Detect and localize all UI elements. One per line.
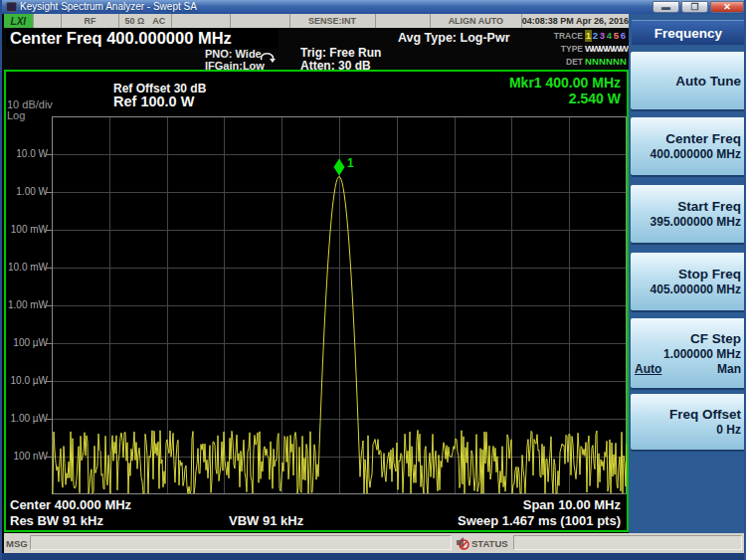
softkey-freq-offset[interactable]: Freq Offset 0 Hz [631,394,746,450]
trace-row: TRACE 123456 [552,29,628,42]
spectrum-analyzer-window: Keysight Spectrum Analyzer - Swept SA ▬ … [0,0,746,560]
rbw-annotation: Res BW 91 kHz [10,513,103,528]
rf-indicator: RF [62,14,118,28]
softkey-auto-tune[interactable]: Auto Tune [631,52,746,109]
sense-indicator: SENSE:INT [290,14,376,28]
status-seg-blank2 [172,14,231,28]
input-coupling-seg: 50 Ω AC [119,14,173,28]
y-axis-label: 100 µW [6,337,48,348]
center-annotation: Center 400.000 MHz [10,497,131,512]
trace-canvas [52,116,627,494]
softkey-stop-freq[interactable]: Stop Freq 405.000000 MHz [631,253,746,310]
y-axis-label: 10.0 µW [6,375,48,386]
vbw-annotation: VBW 91 kHz [229,513,303,528]
restore-icon: ❐ [682,2,707,13]
softkey-value: 405.000000 MHz [635,282,741,297]
span-annotation: Span 10.00 MHz [372,497,621,512]
softkey-cf-step[interactable]: CF Step 1.000000 MHz Auto Man [631,318,746,388]
trace-number[interactable]: 6 [620,30,627,42]
trace-number[interactable]: 2 [592,30,599,42]
mute-status-icon [455,535,469,554]
softkey-center-freq[interactable]: Center Freq 400.000000 MHz [631,117,746,175]
trace-detector: N [613,56,620,68]
ref-level-annotation: Ref 100.0 W [113,93,194,109]
pno-annotation: PNO: Wide [205,48,262,60]
center-freq-readout: Center Freq 400.000000 MHz [6,29,279,49]
status-seg-blank4 [376,14,431,28]
softkey-label: CF Step [635,330,741,347]
minimize-button[interactable]: ▬ [653,1,679,13]
softkey-label: Center Freq [635,130,741,147]
menu-title: Frequency [632,20,745,45]
auto-option[interactable]: Auto [635,362,661,376]
softkey-label: Freq Offset [635,406,741,423]
status-label: STATUS [471,538,508,549]
softkey-value: 395.000000 MHz [635,215,741,230]
man-option[interactable]: Man [717,362,741,376]
softkey-label: Stop Freq [635,266,741,282]
status-field [513,535,742,550]
marker-amplitude-readout: 2.540 W [422,91,621,106]
trace-type-cells: WWWWWW [585,43,627,55]
trace-type: W [606,43,613,55]
coupling-indicator: AC [152,16,165,26]
trace-det-cells: NNNNNN [585,56,627,68]
titlebar[interactable]: Keysight Spectrum Analyzer - Swept SA ▬ … [2,0,746,14]
softkey-start-freq[interactable]: Start Freq 395.000000 MHz [631,185,746,243]
trace-detector: N [606,56,613,68]
spectrum-plot [52,116,627,494]
type-row-label: TYPE [552,44,585,54]
minimize-icon: ▬ [653,2,678,13]
sweep-annotation: Sweep 1.467 ms (1001 pts) [322,513,621,528]
status-seg-blank1 [34,14,63,28]
y-axis-label: 1.00 W [6,186,48,197]
restore-button[interactable]: ❐ [681,1,708,13]
trace-detector: N [620,56,627,68]
softkey-value: 400.000000 MHz [635,147,741,162]
trace-row-label: TRACE [552,31,585,41]
window-bottom-border [2,553,746,560]
avg-type-annotation: Avg Type: Log-Pwr [398,31,510,45]
trace-detector: N [585,56,592,68]
det-row-label: DET [552,57,585,67]
y-axis-label: 100 nW [6,451,48,462]
status-seg-blank3 [231,14,289,28]
close-icon: ✕ [711,2,743,13]
trace-number[interactable]: 4 [606,30,613,42]
window-title: Keysight Spectrum Analyzer - Swept SA [20,1,197,12]
trace-type: W [592,43,599,55]
trace-number[interactable]: 5 [613,30,620,42]
align-indicator: ALIGN AUTO [431,14,522,28]
scale-type-annotation: Log [7,109,25,121]
y-axis-label: 10.0 mW [6,262,48,273]
datetime-display: 04:08:38 PM Apr 26, 2016 [522,14,629,28]
type-row: TYPE WWWWWW [552,42,628,55]
impedance-indicator: 50 Ω [125,16,145,26]
trace-table: TRACE 123456 TYPE WWWWWW DET NNNNNN [552,29,628,68]
det-row: DET NNNNNN [552,55,628,68]
softkey-label: Start Freq [635,198,741,215]
auto-man-row: Auto Man [635,362,741,376]
trace-type: W [613,43,620,55]
app-icon [6,2,17,12]
trace-type: W [620,43,627,55]
y-axis-label: 1.00 mW [6,299,48,310]
y-axis-label: 1.00 µW [6,413,48,424]
trace-type: W [599,43,606,55]
trace-type: W [585,43,592,55]
trace-number[interactable]: 3 [599,30,606,42]
msg-label: MSG [6,538,28,549]
trace-number[interactable]: 1 [585,30,592,42]
softkey-value: 0 Hz [635,423,741,438]
lxi-indicator: LXI [4,14,34,28]
y-axis-label: 10.0 W [6,148,48,159]
softkey-value: 1.000000 MHz [635,347,741,362]
trace-detector: N [592,56,599,68]
trace-detector: N [599,56,606,68]
close-button[interactable]: ✕ [710,1,744,13]
trigger-annotation: Trig: Free Run [300,46,381,60]
y-axis-label: 100 mW [6,224,48,235]
instrument-status-strip: LXI RF 50 Ω AC SENSE:INT ALIGN AUTO 04:0… [4,14,629,28]
message-field [30,535,452,550]
softkey-label: Auto Tune [635,73,741,90]
